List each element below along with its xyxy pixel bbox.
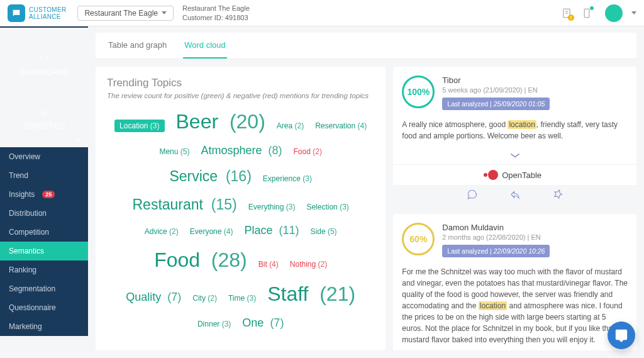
word-experience[interactable]: Experience (3) [263,174,312,183]
svg-rect-6 [41,113,42,116]
nav-overview[interactable]: Overview [0,147,88,166]
intercom-launcher[interactable] [608,322,635,349]
word-location[interactable]: Location (3) [114,120,164,132]
main-content: Table and graph Word cloud Trending Topi… [88,0,644,358]
chevron-up-icon: ▴ [77,136,80,142]
review-source: OpenTable [393,164,636,185]
pin-icon[interactable] [552,189,564,203]
view-tabs: Table and graph Word cloud [96,33,636,59]
opentable-icon [488,170,498,180]
chart-icon [40,108,48,117]
nav-questionnaire[interactable]: Questionnaire [0,298,88,317]
highlight: location [479,301,507,310]
svg-rect-8 [45,109,47,115]
brand-text: CUSTOMER ALLIANCE [29,6,66,20]
nav-competition[interactable]: Competition [0,223,88,242]
score-ring: 100% [402,76,435,108]
panel-subtitle: The review count for positive (green) & … [107,92,374,99]
gauge-icon [40,54,48,63]
user-avatar[interactable] [605,4,623,22]
analyzed-badge: Last analyzed | 25/09/2020 01:05 [442,98,550,110]
word-menu[interactable]: Menu (5) [159,147,189,156]
nav-guests[interactable]: GUESTS▾ [0,336,88,358]
device-icon[interactable] [581,8,592,19]
tab-word-cloud[interactable]: Word cloud [183,33,227,59]
analyzed-badge: Last analyzed | 22/09/2020 10:26 [442,245,550,257]
review-time: 5 weeks ago (21/09/2020) | EN [442,86,550,94]
review-card: 100% Tibor 5 weeks ago (21/09/2020) | EN… [393,67,636,206]
chevron-down-icon [162,11,167,14]
customer-meta: Restaurant The Eagle Customer ID: 491803 [182,4,250,22]
word-time[interactable]: Time (3) [228,294,256,303]
review-time: 2 months ago (22/08/2020) | EN [442,233,550,241]
reviews-panel: 100% Tibor 5 weeks ago (21/09/2020) | EN… [393,67,636,350]
svg-rect-3 [584,9,589,18]
reply-icon[interactable] [467,189,478,203]
review-text: For me the Schnitzel was way too much wi… [393,266,636,350]
word-advice[interactable]: Advice (2) [145,227,179,236]
review-text: A really nice atmosphere, good location,… [393,119,636,148]
word-selection[interactable]: Selection (3) [306,203,348,211]
word-cloud: Location (3) Beer (20) Area (2) Reservat… [107,99,374,340]
top-header: CUSTOMER ALLIANCE Restaurant The Eagle R… [0,0,644,26]
insights-badge: 25 [42,191,55,198]
word-one[interactable]: One (7) [242,316,284,330]
word-side[interactable]: Side (5) [311,227,337,236]
review-actions [393,185,636,206]
nav-semantics[interactable]: Semantics [0,242,88,260]
word-food-neg[interactable]: Food (2) [294,147,322,156]
share-icon[interactable] [509,189,521,203]
sidebar: DASHBOARD STATISTICS ▴ Overview Trend In… [0,0,88,358]
user-menu-chevron[interactable] [631,11,636,14]
notes-icon[interactable]: 1 [561,8,572,19]
word-nothing[interactable]: Nothing (2) [290,260,327,269]
reviewer-name: Damon Muldavin [442,223,550,232]
nav-distribution[interactable]: Distribution [0,204,88,223]
nav-insights[interactable]: Insights 25 [0,185,88,204]
word-bit[interactable]: Bit (4) [258,260,279,269]
word-food[interactable]: Food (28) [154,249,247,272]
nav-statistics[interactable]: STATISTICS ▴ [0,82,88,147]
nav-dashboard[interactable]: DASHBOARD [0,28,88,82]
word-service[interactable]: Service (16) [169,168,251,185]
review-card: 60% Damon Muldavin 2 months ago (22/08/2… [393,214,636,350]
svg-line-5 [44,57,45,59]
word-beer[interactable]: Beer (20) [176,110,265,133]
panel-title: Trending Topics [107,77,374,89]
nav-segmentation[interactable]: Segmentation [0,279,88,298]
highlight: location [508,120,536,129]
expand-toggle[interactable] [393,148,636,164]
nav-ranking[interactable]: Ranking [0,260,88,279]
word-place[interactable]: Place (11) [244,224,299,237]
word-quality[interactable]: Quality (7) [126,291,181,304]
logo-icon [8,4,25,22]
word-staff[interactable]: Staff (21) [267,282,355,306]
word-reservation[interactable]: Reservation (4) [315,121,367,130]
status-dot [590,6,594,10]
word-city[interactable]: City (2) [192,294,217,303]
word-everyone[interactable]: Everyone (4) [190,227,233,236]
word-area[interactable]: Area (2) [277,121,304,130]
svg-rect-7 [43,111,45,116]
nav-marketing[interactable]: Marketing [0,317,88,336]
word-dinner[interactable]: Dinner (3) [197,320,231,328]
trending-topics-panel: Trending Topics The review count for pos… [96,67,386,350]
notes-badge: 1 [568,14,574,21]
word-atmosphere[interactable]: Atmosphere (8) [201,144,282,157]
nav-trend[interactable]: Trend [0,166,88,185]
word-restaurant[interactable]: Restaurant (15) [133,196,237,213]
brand-logo[interactable]: CUSTOMER ALLIANCE [8,4,66,22]
reviewer-name: Tibor [442,76,550,85]
score-ring: 60% [402,223,435,255]
word-everything[interactable]: Everything (3) [248,203,296,211]
tab-table-graph[interactable]: Table and graph [107,33,168,59]
restaurant-selector[interactable]: Restaurant The Eagle [77,6,174,21]
